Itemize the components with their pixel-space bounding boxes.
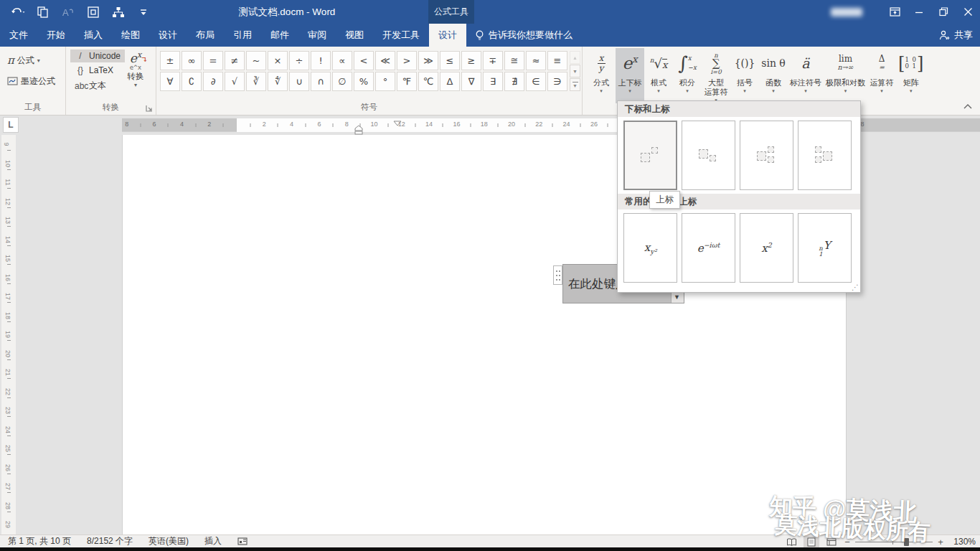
symbol-button[interactable]: ℃ bbox=[418, 72, 438, 91]
structure-script-button[interactable]: ex上下标▾ bbox=[616, 48, 644, 103]
symbol-button[interactable]: ∃ bbox=[483, 72, 503, 91]
subscript-superscript-template[interactable] bbox=[740, 121, 793, 190]
symbol-button[interactable]: % bbox=[354, 72, 374, 91]
ribbon-display-options-icon[interactable] bbox=[882, 0, 907, 24]
symbol-button[interactable]: ≪ bbox=[375, 51, 395, 70]
ink-equation-button[interactable]: 墨迹公式 bbox=[4, 74, 58, 89]
customize-qat-icon[interactable] bbox=[136, 4, 151, 20]
insert-mode-status[interactable]: 插入 bbox=[197, 535, 230, 547]
symbol-button[interactable]: ≡ bbox=[547, 51, 567, 70]
symbol-button[interactable]: ≫ bbox=[418, 51, 438, 70]
common-script-item[interactable]: x2 bbox=[740, 213, 793, 283]
symbol-button[interactable]: ∂ bbox=[203, 72, 223, 91]
subscript-template[interactable] bbox=[682, 121, 735, 190]
symbol-button[interactable]: ∜ bbox=[268, 72, 288, 91]
symbol-button[interactable]: ℉ bbox=[397, 72, 417, 91]
symbol-button[interactable]: ∀ bbox=[160, 72, 180, 91]
symbol-button[interactable]: Δ bbox=[440, 72, 460, 91]
symbol-button[interactable]: ∝ bbox=[332, 51, 352, 70]
structure-function-button[interactable]: sin θ函数▾ bbox=[759, 48, 788, 103]
copy-document-icon[interactable] bbox=[35, 4, 51, 20]
symbols-more-button[interactable]: ▼ bbox=[570, 78, 580, 91]
symbols-scroll-down-button[interactable]: ▼ bbox=[570, 65, 580, 77]
tab-2[interactable]: 绘图 bbox=[112, 24, 149, 47]
symbol-button[interactable]: ∅ bbox=[332, 72, 352, 91]
tab-1[interactable]: 插入 bbox=[75, 24, 112, 47]
superscript-template[interactable] bbox=[623, 121, 677, 190]
symbol-button[interactable]: ± bbox=[160, 51, 180, 70]
zoom-in-button[interactable]: + bbox=[937, 537, 944, 547]
frame-icon[interactable] bbox=[85, 4, 101, 20]
equation-handle[interactable] bbox=[553, 265, 562, 285]
tab-6[interactable]: 邮件 bbox=[261, 24, 298, 47]
symbol-button[interactable]: ∈ bbox=[526, 72, 546, 91]
undo-icon[interactable] bbox=[10, 4, 26, 20]
text-button[interactable]: abc 文本 bbox=[70, 78, 125, 93]
page-number-status[interactable]: 第 1 页, 共 10 页 bbox=[0, 535, 79, 547]
resize-grip-icon[interactable]: ⋰ bbox=[852, 283, 858, 291]
structure-radical-button[interactable]: n√x根式▾ bbox=[644, 48, 673, 103]
structure-operator-button[interactable]: Δ=运算符▾ bbox=[867, 48, 896, 103]
tab-5[interactable]: 引用 bbox=[224, 24, 261, 47]
symbol-button[interactable]: = bbox=[203, 51, 223, 70]
structure-large-operator-button[interactable]: n∑i=0大型 运算符▾ bbox=[702, 48, 730, 103]
equation-button[interactable]: π 公式 ▾ bbox=[4, 52, 58, 68]
symbol-button[interactable]: ° bbox=[375, 72, 395, 91]
common-script-item[interactable]: xy² bbox=[623, 213, 677, 283]
left-subscript-superscript-template[interactable] bbox=[798, 121, 852, 190]
symbol-button[interactable]: ≠ bbox=[225, 51, 245, 70]
conversions-dialog-launcher[interactable] bbox=[145, 104, 154, 113]
symbol-button[interactable]: × bbox=[268, 51, 288, 70]
symbol-button[interactable]: ≅ bbox=[504, 51, 524, 70]
tab-9[interactable]: 开发工具 bbox=[373, 24, 429, 47]
collapse-ribbon-button[interactable] bbox=[963, 103, 974, 112]
equation-dropdown-button[interactable]: ▼ bbox=[674, 293, 680, 301]
symbol-button[interactable]: ∁ bbox=[182, 72, 202, 91]
convert-button[interactable]: ex ↴ e^x 转换 ▾ bbox=[121, 50, 150, 88]
symbol-button[interactable]: ~ bbox=[246, 51, 266, 70]
structure-bracket-button[interactable]: {()}括号▾ bbox=[730, 48, 759, 103]
symbol-button[interactable]: ÷ bbox=[289, 51, 309, 70]
tab-8[interactable]: 视图 bbox=[336, 24, 373, 47]
share-button[interactable]: 共享 bbox=[939, 24, 973, 47]
zoom-percentage[interactable]: 130% bbox=[948, 537, 976, 547]
tab-stop-selector[interactable]: L bbox=[3, 117, 19, 133]
symbol-button[interactable]: ∛ bbox=[246, 72, 266, 91]
tab-3[interactable]: 设计 bbox=[149, 24, 187, 47]
close-button[interactable] bbox=[956, 0, 980, 24]
symbols-scroll-up-button[interactable]: ▲ bbox=[570, 51, 580, 64]
symbol-button[interactable]: ∇ bbox=[461, 72, 481, 91]
symbol-button[interactable]: ∩ bbox=[311, 72, 331, 91]
symbol-button[interactable]: ∞ bbox=[182, 51, 202, 70]
symbol-button[interactable]: ∄ bbox=[504, 72, 524, 91]
structure-accent-button[interactable]: ä标注符号▾ bbox=[788, 48, 824, 103]
symbol-button[interactable]: < bbox=[354, 51, 374, 70]
symbol-button[interactable]: ∋ bbox=[547, 72, 567, 91]
structure-fraction-button[interactable]: xy分式▾ bbox=[587, 48, 616, 103]
symbol-button[interactable]: ∓ bbox=[483, 51, 503, 70]
tab-7[interactable]: 审阅 bbox=[298, 24, 336, 47]
latex-button[interactable]: {} LaTeX bbox=[70, 64, 125, 77]
symbol-button[interactable]: ! bbox=[311, 51, 331, 70]
minimize-button[interactable] bbox=[907, 0, 931, 24]
structure-integral-button[interactable]: ∫x−x积分▾ bbox=[673, 48, 702, 103]
symbol-button[interactable]: ≈ bbox=[526, 51, 546, 70]
left-indent-marker[interactable] bbox=[354, 126, 363, 135]
unicode-button[interactable]: / Unicode bbox=[70, 50, 125, 62]
tab-0[interactable]: 开始 bbox=[37, 24, 75, 47]
tell-me-box[interactable]: 告诉我你想要做什么 bbox=[466, 24, 581, 47]
tab-4[interactable]: 布局 bbox=[187, 24, 224, 47]
structure-matrix-button[interactable]: [1 00 1]矩阵▾ bbox=[896, 48, 925, 103]
macro-record-icon[interactable] bbox=[230, 537, 255, 545]
symbol-button[interactable]: ∪ bbox=[289, 72, 309, 91]
symbol-button[interactable]: √ bbox=[225, 72, 245, 91]
symbol-button[interactable]: ≤ bbox=[440, 51, 460, 70]
symbol-button[interactable]: ≥ bbox=[461, 51, 481, 70]
common-script-item[interactable]: n1Y bbox=[798, 213, 852, 283]
common-script-item[interactable]: e−iωt bbox=[682, 213, 735, 283]
org-chart-icon[interactable] bbox=[110, 4, 126, 20]
tab-file[interactable]: 文件 bbox=[0, 24, 37, 47]
word-count-status[interactable]: 8/2152 个字 bbox=[79, 535, 141, 547]
language-status[interactable]: 英语(美国) bbox=[141, 535, 197, 547]
restore-button[interactable] bbox=[931, 0, 956, 24]
